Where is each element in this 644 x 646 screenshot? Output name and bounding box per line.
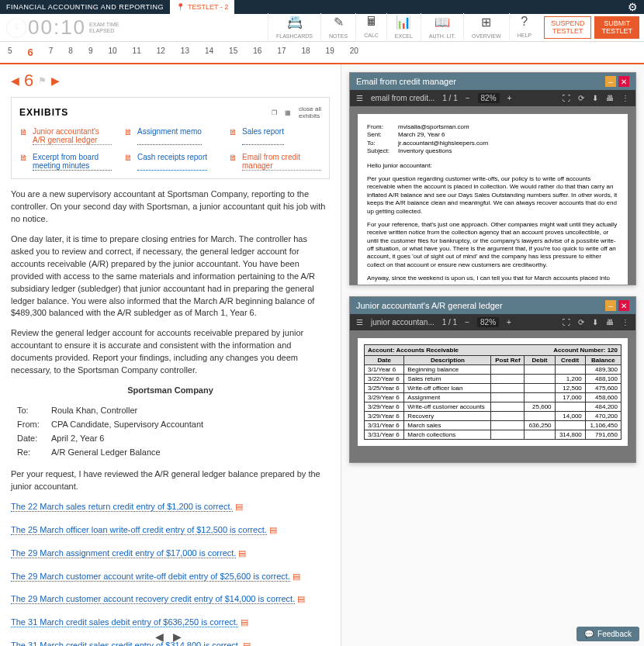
qnav-item-19[interactable]: 19 (318, 45, 342, 60)
suspend-button[interactable]: SUSPEND TESTLET (544, 16, 592, 40)
table-row: 3/31/Year 6March sales636,2501,106,450 (365, 421, 621, 430)
tool-icon: ✎ (329, 15, 348, 29)
tile-icon[interactable]: ▦ (285, 109, 291, 116)
em-subj-v: Inventory questions (398, 147, 452, 155)
entry-link[interactable]: The 29 March assignment credit entry of … (11, 548, 236, 558)
entry-link[interactable]: The 29 March customer account write-off … (11, 572, 290, 582)
tool-notes[interactable]: ✎NOTES (320, 13, 355, 42)
qnav-item-17[interactable]: 17 (269, 45, 293, 60)
menu-icon[interactable]: ☰ (356, 94, 363, 102)
em-p1: Per your question regarding customer wri… (367, 175, 618, 216)
edit-icon[interactable]: ▤ (297, 593, 305, 606)
download-icon[interactable]: ⬇ (592, 94, 598, 102)
qnav-item-10[interactable]: 10 (100, 45, 124, 60)
qnav-item-13[interactable]: 13 (173, 45, 197, 60)
company-name: Sportsman Company (11, 385, 330, 397)
prev-question-icon[interactable]: ◀ (11, 74, 19, 87)
tool-flashcards[interactable]: 📇FLASHCARDS (268, 13, 320, 42)
qnav-item-12[interactable]: 12 (149, 45, 173, 60)
entry-link[interactable]: The 25 March officer loan write-off cred… (11, 525, 267, 535)
edit-icon[interactable]: ▤ (243, 640, 251, 646)
question-panel: ◀ 6 ⚑ ▶ EXHIBITS ❐ ▦ close all exhibits … (0, 64, 341, 646)
qnav-item-9[interactable]: 9 (81, 45, 101, 60)
edit-icon[interactable]: ▤ (269, 524, 277, 537)
print-icon[interactable]: 🖶 (606, 94, 614, 102)
exhibit-link[interactable]: 🗎Excerpt from board meeting minutes (19, 153, 112, 171)
zoom-in-icon[interactable]: + (507, 318, 511, 326)
next-question-icon[interactable]: ▶ (51, 74, 60, 87)
pdf-toolbar: ☰ email from credit... 1 / 1 − 82% + ⛶ ⟳… (350, 90, 635, 106)
pdf-doc-name: email from credit... (371, 94, 435, 102)
qnav-item-16[interactable]: 16 (245, 45, 269, 60)
close-icon[interactable]: ✕ (618, 76, 629, 87)
fit-page-icon[interactable]: ⛶ (563, 318, 570, 326)
submit-button[interactable]: SUBMIT TESTLET (594, 16, 639, 40)
close-all-exhibits[interactable]: close all exhibits (299, 105, 321, 119)
exhibit-link[interactable]: 🗎Sales report (229, 127, 321, 145)
rotate-icon[interactable]: ⟳ (578, 94, 584, 102)
feedback-button[interactable]: 💬 Feedback (576, 627, 639, 641)
em-greet: Hello junior accountant: (367, 162, 618, 170)
pdf-zoom: 82% (477, 317, 499, 327)
exhibit-link[interactable]: 🗎Email from credit manager (229, 153, 321, 171)
col-credit: Credit (555, 356, 585, 365)
fit-page-icon[interactable]: ⛶ (563, 94, 570, 102)
exhibit-link[interactable]: 🗎Cash receipts report (124, 153, 216, 171)
tool-excel[interactable]: 📊EXCEL (386, 13, 421, 42)
cascade-icon[interactable]: ❐ (272, 109, 277, 116)
tool-calc[interactable]: 🖩CALC (355, 13, 386, 42)
zoom-out-icon[interactable]: − (466, 94, 470, 102)
qnav-item-8[interactable]: 8 (61, 45, 81, 60)
qnav-item-14[interactable]: 14 (197, 45, 221, 60)
print-icon[interactable]: 🖶 (606, 318, 614, 326)
table-row: 3/29/Year 6Recovery14,000470,200 (365, 412, 621, 421)
testlet-tab[interactable]: 📍 TESTLET - 2 (170, 0, 234, 14)
more-icon[interactable]: ⋮ (621, 318, 629, 326)
memo-re-v: A/R General Ledger Balance (51, 447, 161, 459)
zoom-in-icon[interactable]: + (507, 94, 512, 102)
entry-link[interactable]: The 31 March credit sales credit entry o… (11, 641, 241, 646)
tool-help[interactable]: ?HELP (509, 13, 539, 42)
qnav-item-5[interactable]: 5 (0, 45, 20, 60)
edit-icon[interactable]: ▤ (235, 501, 243, 513)
more-icon[interactable]: ⋮ (621, 94, 629, 102)
para-4: Per your request, I have reviewed the A/… (11, 468, 330, 493)
qnav-item-6[interactable]: 6 (20, 45, 41, 60)
minimize-icon[interactable]: – (605, 76, 616, 87)
tool-overview[interactable]: ⊞OVERVIEW (463, 13, 509, 42)
qnav-item-15[interactable]: 15 (221, 45, 245, 60)
close-icon[interactable]: ✕ (618, 300, 629, 311)
flag-icon[interactable]: ⚑ (38, 75, 47, 86)
menu-icon[interactable]: ☰ (356, 318, 363, 326)
tool-label: FLASHCARDS (276, 33, 313, 39)
em-to-l: To: (367, 140, 398, 147)
bottom-prev-icon[interactable]: ◀ (155, 630, 164, 643)
qnav-item-18[interactable]: 18 (293, 45, 317, 60)
exhibit-link[interactable]: 🗎Junior accountant's A/R general ledger (19, 127, 112, 145)
entry-link[interactable]: The 31 March credit sales debit entry of… (11, 617, 238, 627)
testlet-label: TESTLET - 2 (188, 3, 228, 11)
timer-time: 00:10 (28, 16, 86, 40)
em-from-l: From: (367, 123, 398, 131)
qnav-item-11[interactable]: 11 (125, 45, 149, 60)
gear-icon[interactable]: ⚙ (628, 1, 644, 13)
edit-icon[interactable]: ▤ (238, 548, 246, 560)
table-row: 3/31/Year 6March collections314,800791,6… (365, 430, 621, 440)
rotate-icon[interactable]: ⟳ (578, 318, 584, 326)
tool-auth. lit.[interactable]: 📖AUTH. LIT. (421, 13, 463, 42)
exhibit-link[interactable]: 🗎Assignment memo (124, 127, 216, 145)
pdf-page: 1 / 1 (442, 94, 457, 102)
zoom-out-icon[interactable]: − (465, 318, 469, 326)
question-nav: 567891011121314151617181920 (0, 42, 644, 64)
minimize-icon[interactable]: – (605, 300, 616, 311)
qnav-item-20[interactable]: 20 (342, 45, 366, 60)
toolbar: 00:10 EXAM TIME ELAPSED 📇FLASHCARDS✎NOTE… (0, 14, 644, 42)
bottom-next-icon[interactable]: ▶ (173, 630, 182, 643)
edit-icon[interactable]: ▤ (293, 571, 300, 583)
download-icon[interactable]: ⬇ (592, 318, 598, 326)
edit-icon[interactable]: ▤ (241, 617, 248, 629)
entry-link[interactable]: The 29 March customer account recovery c… (11, 594, 295, 604)
entry-link[interactable]: The 22 March sales return credit entry o… (11, 502, 233, 512)
exhibit-label: Assignment memo (137, 127, 202, 145)
qnav-item-7[interactable]: 7 (41, 45, 61, 60)
